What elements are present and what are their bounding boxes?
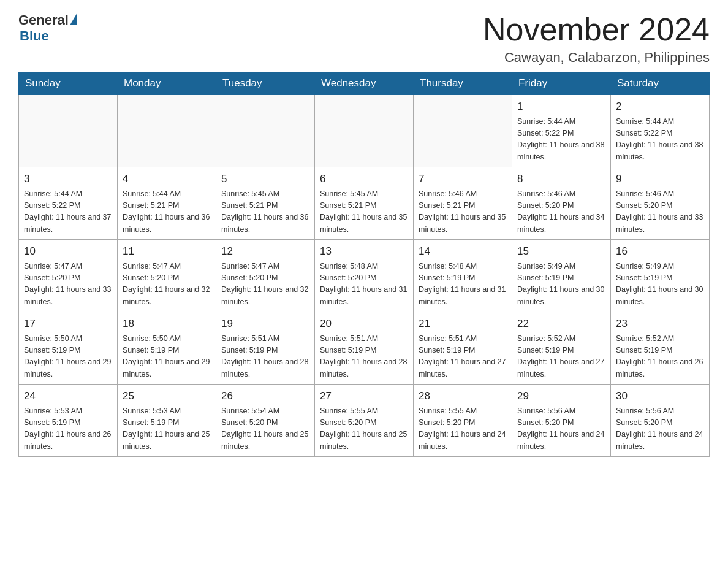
day-info: Sunrise: 5:47 AMSunset: 5:20 PMDaylight:… <box>123 261 211 308</box>
calendar-cell: 8Sunrise: 5:46 AMSunset: 5:20 PMDaylight… <box>512 167 611 240</box>
day-number: 9 <box>616 171 704 187</box>
day-number: 27 <box>320 388 408 404</box>
title-block: November 2024 Cawayan, Calabarzon, Phili… <box>483 12 710 66</box>
calendar-cell: 21Sunrise: 5:51 AMSunset: 5:19 PMDayligh… <box>414 312 512 385</box>
month-title: November 2024 <box>483 12 710 47</box>
day-number: 11 <box>123 243 211 259</box>
calendar-cell <box>315 95 414 167</box>
day-info: Sunrise: 5:45 AMSunset: 5:21 PMDaylight:… <box>221 188 309 236</box>
calendar-cell: 16Sunrise: 5:49 AMSunset: 5:19 PMDayligh… <box>611 240 710 312</box>
calendar-cell: 14Sunrise: 5:48 AMSunset: 5:19 PMDayligh… <box>414 240 512 312</box>
day-number: 4 <box>123 171 211 187</box>
day-info: Sunrise: 5:44 AMSunset: 5:22 PMDaylight:… <box>517 116 605 164</box>
calendar-cell: 10Sunrise: 5:47 AMSunset: 5:20 PMDayligh… <box>19 240 118 312</box>
calendar-cell: 23Sunrise: 5:52 AMSunset: 5:19 PMDayligh… <box>611 312 710 385</box>
day-info: Sunrise: 5:50 AMSunset: 5:19 PMDaylight:… <box>123 333 211 381</box>
col-wednesday: Wednesday <box>315 72 414 95</box>
calendar-cell <box>19 95 118 167</box>
day-info: Sunrise: 5:49 AMSunset: 5:19 PMDaylight:… <box>517 261 605 308</box>
col-tuesday: Tuesday <box>216 72 315 95</box>
calendar-cell: 25Sunrise: 5:53 AMSunset: 5:19 PMDayligh… <box>118 385 216 457</box>
calendar-cell: 17Sunrise: 5:50 AMSunset: 5:19 PMDayligh… <box>19 312 118 385</box>
day-number: 10 <box>24 243 112 259</box>
calendar-week-row: 10Sunrise: 5:47 AMSunset: 5:20 PMDayligh… <box>19 240 710 312</box>
day-number: 20 <box>320 316 408 332</box>
calendar-cell: 27Sunrise: 5:55 AMSunset: 5:20 PMDayligh… <box>315 385 414 457</box>
day-info: Sunrise: 5:45 AMSunset: 5:21 PMDaylight:… <box>320 188 408 236</box>
day-info: Sunrise: 5:56 AMSunset: 5:20 PMDaylight:… <box>616 405 704 453</box>
calendar-cell: 12Sunrise: 5:47 AMSunset: 5:20 PMDayligh… <box>216 240 315 312</box>
logo-triangle-icon <box>70 13 77 25</box>
col-saturday: Saturday <box>611 72 710 95</box>
col-thursday: Thursday <box>414 72 512 95</box>
location-title: Cawayan, Calabarzon, Philippines <box>483 50 710 66</box>
day-info: Sunrise: 5:55 AMSunset: 5:20 PMDaylight:… <box>320 405 408 453</box>
day-number: 23 <box>616 316 704 332</box>
calendar-table: Sunday Monday Tuesday Wednesday Thursday… <box>18 72 710 457</box>
day-number: 5 <box>221 171 309 187</box>
calendar-cell: 11Sunrise: 5:47 AMSunset: 5:20 PMDayligh… <box>118 240 216 312</box>
day-number: 15 <box>517 243 605 259</box>
logo-general-text: General <box>18 12 69 28</box>
col-friday: Friday <box>512 72 611 95</box>
logo: General Blue <box>18 12 77 44</box>
calendar-cell <box>414 95 512 167</box>
day-info: Sunrise: 5:54 AMSunset: 5:20 PMDaylight:… <box>221 405 309 453</box>
calendar-week-row: 24Sunrise: 5:53 AMSunset: 5:19 PMDayligh… <box>19 385 710 457</box>
day-number: 2 <box>616 99 704 115</box>
calendar-cell: 15Sunrise: 5:49 AMSunset: 5:19 PMDayligh… <box>512 240 611 312</box>
day-number: 6 <box>320 171 408 187</box>
calendar-cell: 7Sunrise: 5:46 AMSunset: 5:21 PMDaylight… <box>414 167 512 240</box>
day-number: 21 <box>419 316 507 332</box>
day-info: Sunrise: 5:46 AMSunset: 5:21 PMDaylight:… <box>419 188 507 236</box>
calendar-cell: 3Sunrise: 5:44 AMSunset: 5:22 PMDaylight… <box>19 167 118 240</box>
day-info: Sunrise: 5:44 AMSunset: 5:21 PMDaylight:… <box>123 188 211 236</box>
day-number: 3 <box>24 171 112 187</box>
day-number: 26 <box>221 388 309 404</box>
calendar-cell: 6Sunrise: 5:45 AMSunset: 5:21 PMDaylight… <box>315 167 414 240</box>
calendar-week-row: 17Sunrise: 5:50 AMSunset: 5:19 PMDayligh… <box>19 312 710 385</box>
calendar-cell: 4Sunrise: 5:44 AMSunset: 5:21 PMDaylight… <box>118 167 216 240</box>
calendar-cell: 1Sunrise: 5:44 AMSunset: 5:22 PMDaylight… <box>512 95 611 167</box>
day-info: Sunrise: 5:46 AMSunset: 5:20 PMDaylight:… <box>616 188 704 236</box>
calendar-cell: 26Sunrise: 5:54 AMSunset: 5:20 PMDayligh… <box>216 385 315 457</box>
calendar-cell: 28Sunrise: 5:55 AMSunset: 5:20 PMDayligh… <box>414 385 512 457</box>
day-number: 18 <box>123 316 211 332</box>
day-number: 13 <box>320 243 408 259</box>
day-info: Sunrise: 5:44 AMSunset: 5:22 PMDaylight:… <box>616 116 704 164</box>
day-info: Sunrise: 5:48 AMSunset: 5:19 PMDaylight:… <box>419 261 507 308</box>
day-number: 25 <box>123 388 211 404</box>
day-number: 12 <box>221 243 309 259</box>
calendar-week-row: 3Sunrise: 5:44 AMSunset: 5:22 PMDaylight… <box>19 167 710 240</box>
calendar-cell: 30Sunrise: 5:56 AMSunset: 5:20 PMDayligh… <box>611 385 710 457</box>
day-number: 17 <box>24 316 112 332</box>
day-info: Sunrise: 5:49 AMSunset: 5:19 PMDaylight:… <box>616 261 704 308</box>
page-header: General Blue November 2024 Cawayan, Cala… <box>18 12 710 66</box>
day-number: 29 <box>517 388 605 404</box>
day-number: 19 <box>221 316 309 332</box>
day-number: 1 <box>517 99 605 115</box>
day-number: 28 <box>419 388 507 404</box>
day-info: Sunrise: 5:51 AMSunset: 5:19 PMDaylight:… <box>320 333 408 381</box>
calendar-cell: 20Sunrise: 5:51 AMSunset: 5:19 PMDayligh… <box>315 312 414 385</box>
calendar-cell: 19Sunrise: 5:51 AMSunset: 5:19 PMDayligh… <box>216 312 315 385</box>
day-info: Sunrise: 5:52 AMSunset: 5:19 PMDaylight:… <box>616 333 704 381</box>
day-info: Sunrise: 5:51 AMSunset: 5:19 PMDaylight:… <box>419 333 507 381</box>
calendar-cell: 5Sunrise: 5:45 AMSunset: 5:21 PMDaylight… <box>216 167 315 240</box>
calendar-cell <box>118 95 216 167</box>
day-info: Sunrise: 5:55 AMSunset: 5:20 PMDaylight:… <box>419 405 507 453</box>
day-info: Sunrise: 5:51 AMSunset: 5:19 PMDaylight:… <box>221 333 309 381</box>
calendar-cell: 22Sunrise: 5:52 AMSunset: 5:19 PMDayligh… <box>512 312 611 385</box>
day-number: 14 <box>419 243 507 259</box>
calendar-cell: 2Sunrise: 5:44 AMSunset: 5:22 PMDaylight… <box>611 95 710 167</box>
day-info: Sunrise: 5:48 AMSunset: 5:20 PMDaylight:… <box>320 261 408 308</box>
day-info: Sunrise: 5:46 AMSunset: 5:20 PMDaylight:… <box>517 188 605 236</box>
calendar-cell: 24Sunrise: 5:53 AMSunset: 5:19 PMDayligh… <box>19 385 118 457</box>
day-info: Sunrise: 5:47 AMSunset: 5:20 PMDaylight:… <box>221 261 309 308</box>
col-monday: Monday <box>118 72 216 95</box>
day-number: 24 <box>24 388 112 404</box>
calendar-cell: 18Sunrise: 5:50 AMSunset: 5:19 PMDayligh… <box>118 312 216 385</box>
calendar-cell: 29Sunrise: 5:56 AMSunset: 5:20 PMDayligh… <box>512 385 611 457</box>
day-info: Sunrise: 5:44 AMSunset: 5:22 PMDaylight:… <box>24 188 112 236</box>
logo-blue-text: Blue <box>20 28 49 44</box>
